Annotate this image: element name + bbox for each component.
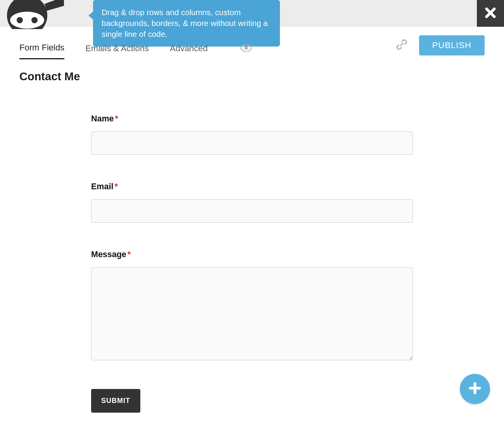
close-button[interactable]	[477, 0, 504, 27]
publish-button[interactable]: PUBLISH	[419, 35, 485, 55]
svg-point-4	[244, 46, 248, 50]
tabs-row: Form Fields Emails & Actions Advanced PU…	[0, 27, 504, 62]
form-title: Contact Me	[0, 62, 504, 83]
submit-button[interactable]: SUBMIT	[91, 389, 140, 413]
tabs-right-controls: PUBLISH	[395, 35, 485, 55]
field-block-email[interactable]: Email*	[91, 182, 413, 223]
tab-emails-actions[interactable]: Emails & Actions	[85, 43, 149, 59]
name-label: Name*	[91, 114, 413, 124]
field-block-name[interactable]: Name*	[91, 114, 413, 155]
message-textarea[interactable]	[91, 267, 413, 360]
link-icon[interactable]	[395, 38, 408, 53]
ninja-logo	[6, 0, 64, 29]
svg-point-1	[10, 12, 44, 29]
name-input[interactable]	[91, 131, 413, 155]
tab-form-fields[interactable]: Form Fields	[19, 43, 64, 59]
required-asterisk: *	[114, 182, 117, 191]
field-block-message[interactable]: Message*	[91, 250, 413, 362]
email-input[interactable]	[91, 199, 413, 223]
svg-point-3	[31, 17, 38, 23]
top-header-bar: Drag & drop rows and columns, custom bac…	[0, 0, 504, 27]
svg-point-2	[17, 17, 23, 23]
plus-icon	[468, 382, 482, 396]
message-label-text: Message	[91, 250, 126, 259]
add-field-fab[interactable]	[460, 374, 490, 404]
tab-advanced[interactable]: Advanced	[170, 43, 208, 59]
form-canvas: Name* Email* Message* SUBMIT	[91, 83, 413, 413]
email-label-text: Email	[91, 182, 113, 191]
preview-eye-icon[interactable]	[240, 44, 252, 58]
required-asterisk: *	[128, 250, 131, 259]
message-label: Message*	[91, 250, 413, 259]
name-label-text: Name	[91, 114, 114, 123]
close-icon	[485, 7, 496, 20]
required-asterisk: *	[115, 114, 118, 123]
email-label: Email*	[91, 182, 413, 192]
